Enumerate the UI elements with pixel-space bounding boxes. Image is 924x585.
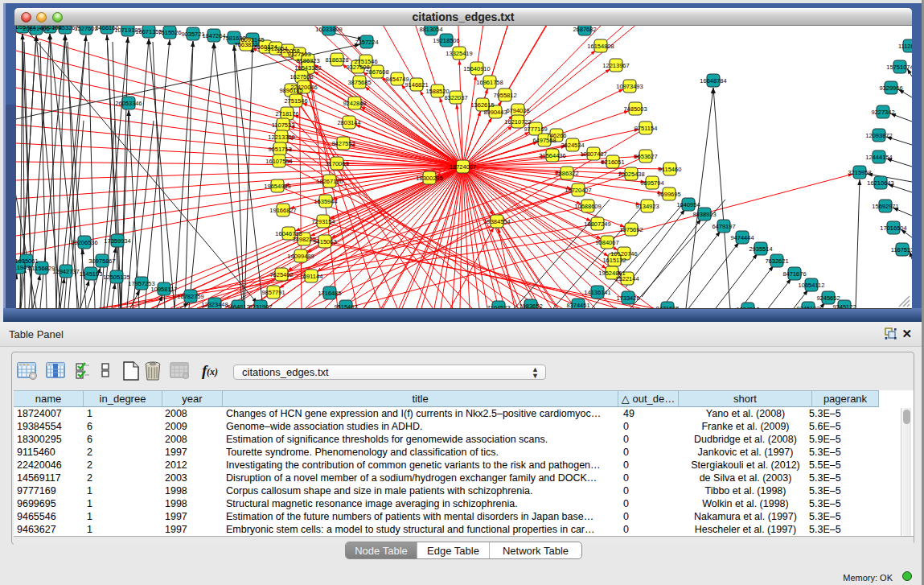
svg-text:6216051: 6216051 [601,159,624,166]
svg-text:9084067: 9084067 [595,239,618,246]
svg-text:3911943: 3911943 [16,264,30,271]
svg-text:8813054: 8813054 [419,26,442,33]
svg-text:7632621: 7632621 [765,257,788,265]
svg-text:16107554: 16107554 [265,158,292,165]
svg-text:17016504: 17016504 [880,225,906,232]
svg-text:19218506: 19218506 [433,37,459,44]
svg-text:9035721: 9035721 [181,31,204,38]
svg-text:2867608: 2867608 [365,68,388,76]
svg-text:14136141: 14136141 [584,289,610,296]
svg-text:1691144: 1691144 [300,273,323,280]
svg-text:9146821: 9146821 [405,81,428,89]
svg-text:1640954: 1640954 [676,201,700,208]
svg-text:1716485: 1716485 [318,290,341,297]
svg-text:9857791: 9857791 [261,289,285,296]
svg-text:17359934: 17359934 [104,237,130,245]
svg-text:10807487: 10807487 [580,150,606,158]
svg-text:19654983: 19654983 [264,183,290,190]
svg-text:8471676: 8471676 [782,270,806,278]
svg-text:15692971: 15692971 [872,203,898,210]
svg-text:9464812: 9464812 [226,303,249,309]
svg-text:16210643: 16210643 [867,179,893,187]
svg-text:19384554: 19384554 [483,218,510,225]
svg-text:1145193: 1145193 [80,270,103,278]
svg-text:8231907: 8231907 [248,303,272,309]
svg-text:10973493: 10973493 [616,83,643,90]
svg-text:8990443: 8990443 [483,109,507,116]
svg-text:1983652: 1983652 [519,303,542,309]
svg-text:1362615: 1362615 [470,101,494,109]
svg-text:20206536: 20206536 [71,239,97,246]
svg-text:16782759: 16782759 [177,293,203,300]
svg-text:7485003: 7485003 [623,105,647,113]
svg-text:10958117: 10958117 [151,286,178,293]
svg-text:12505135: 12505135 [103,274,129,281]
svg-text:9415063: 9415063 [313,238,336,245]
svg-text:1107533: 1107533 [272,122,295,129]
svg-text:(x): (x) [207,366,218,377]
svg-text:9699695: 9699695 [657,191,680,198]
svg-text:26053346: 26053346 [115,100,142,107]
svg-text:16961758: 16961758 [476,79,503,86]
svg-text:19166827: 19166827 [269,207,296,214]
svg-text:7625402: 7625402 [269,271,293,278]
svg-text:1615132: 1615132 [602,257,626,264]
svg-text:2687682: 2687682 [573,26,596,33]
svg-text:12093872: 12093872 [865,132,892,139]
svg-text:8322037: 8322037 [444,94,467,101]
svg-text:3875685: 3875685 [347,79,371,86]
svg-text:2718176: 2718176 [275,110,298,117]
svg-text:9242848: 9242848 [343,100,366,107]
svg-text:8427552: 8427552 [331,140,355,147]
svg-text:10025438: 10025438 [618,171,644,178]
svg-text:7104523: 7104523 [487,304,510,309]
svg-text:7357224: 7357224 [355,39,378,46]
svg-text:9345122: 9345122 [832,303,856,309]
svg-text:9134923: 9134923 [635,203,659,210]
svg-text:11156829: 11156829 [29,265,55,272]
svg-text:8186328: 8186328 [325,56,348,64]
svg-text:9474444: 9474444 [730,234,754,241]
svg-text:8374451: 8374451 [566,302,589,309]
svg-text:9245102: 9245102 [796,305,819,309]
svg-text:9245652: 9245652 [816,295,840,302]
svg-text:9515467: 9515467 [334,303,357,309]
svg-text:1975692: 1975692 [619,226,643,233]
svg-text:9751154: 9751154 [634,125,658,132]
svg-text:1535944: 1535944 [314,198,337,205]
svg-text:12323448: 12323448 [201,301,228,308]
svg-text:9777169: 9777169 [524,126,547,133]
svg-text:6497568: 6497568 [532,137,556,144]
svg-text:9896185: 9896185 [279,87,302,94]
svg-text:8471695: 8471695 [655,305,679,309]
svg-text:2522144: 2522144 [615,275,639,282]
svg-text:10688609: 10688609 [574,203,601,210]
svg-text:30975867: 30975867 [88,257,115,265]
svg-text:18724007: 18724007 [450,163,476,171]
svg-text:7955812: 7955812 [493,92,516,99]
svg-text:15640910: 15640910 [463,65,490,72]
svg-text:1167531: 1167531 [891,246,912,253]
svg-text:21564436: 21564436 [539,152,565,159]
svg-text:12444154: 12444154 [865,154,892,161]
svg-text:9051753: 9051753 [268,146,291,153]
svg-text:1627508: 1627508 [290,73,313,80]
svg-text:16154808: 16154808 [587,43,614,50]
svg-text:8186323: 8186323 [296,57,319,64]
svg-text:6479197: 6479197 [712,223,735,230]
svg-text:8938923: 8938923 [692,211,716,218]
svg-text:18267130: 18267130 [316,178,343,185]
svg-text:13325419: 13325419 [446,50,472,57]
svg-text:12213967: 12213967 [602,62,629,69]
svg-text:2803144: 2803144 [337,119,360,126]
svg-text:9115460: 9115460 [659,166,682,173]
svg-text:3215958: 3215958 [848,169,871,176]
svg-text:3624534: 3624534 [561,142,584,149]
svg-text:16648784: 16648784 [700,77,726,84]
svg-text:15720407: 15720407 [565,187,591,194]
svg-text:3498222: 3498222 [292,236,315,243]
svg-text:1112843: 1112843 [898,43,912,50]
svg-text:9895794: 9895794 [640,179,663,187]
svg-text:2751546: 2751546 [354,58,377,65]
svg-text:18300295: 18300295 [416,175,442,182]
